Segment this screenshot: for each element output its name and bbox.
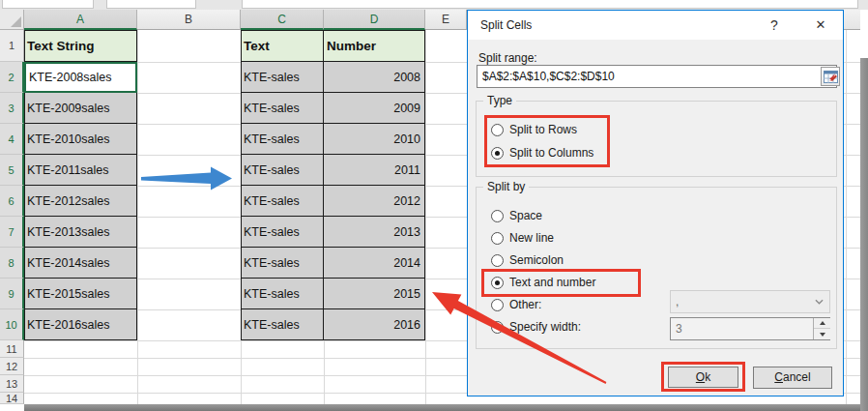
header-cell[interactable]: Number (324, 30, 425, 62)
row-header-13[interactable]: 13 (0, 375, 24, 393)
close-icon[interactable]: ✕ (800, 11, 841, 40)
row-header-7[interactable]: 7 (0, 217, 24, 248)
width-spinner[interactable]: 3 (670, 317, 830, 340)
spin-up-icon[interactable] (814, 318, 830, 329)
data-cell[interactable]: KTE-sales (241, 186, 324, 217)
formula-bar-sliver (0, 0, 868, 10)
bottom-shadow-bar (24, 404, 868, 411)
split-cells-dialog: Split Cells ? ✕ Split range: Type Split … (467, 10, 844, 396)
other-delimiter-value: , (676, 295, 679, 308)
dialog-titlebar[interactable]: Split Cells ? ✕ (468, 11, 843, 40)
data-cell[interactable]: 2008 (324, 62, 425, 93)
split-by-option-specify-width[interactable]: Specify width: (491, 318, 581, 336)
row-header-8[interactable]: 8 (0, 248, 24, 279)
data-cell[interactable]: KTE-sales (241, 279, 324, 309)
radio-label: Split to Rows (509, 123, 577, 136)
data-cell[interactable]: 2012 (324, 186, 425, 217)
data-cell[interactable]: KTE-2010sales (24, 124, 137, 155)
data-cell[interactable]: KTE-sales (241, 124, 324, 155)
data-cell[interactable]: KTE-2014sales (24, 248, 137, 279)
data-cell[interactable]: KTE-sales (241, 62, 324, 93)
split-by-option-semicolon[interactable]: Semicolon (491, 251, 564, 269)
name-box-sliver (2, 0, 94, 9)
radio-label: Space (509, 209, 542, 222)
data-cell[interactable]: KTE-2009sales (24, 93, 137, 124)
split-by-option-space[interactable]: Space (491, 207, 542, 224)
row-header-2[interactable]: 2 (0, 62, 24, 93)
row-header-6[interactable]: 6 (0, 186, 24, 217)
row-header-12[interactable]: 12 (0, 358, 24, 375)
radio-icon[interactable] (491, 321, 504, 334)
excel-worksheet: ABCDE1234567891011121314Text StringKTE-2… (0, 0, 868, 411)
spinner-buttons (813, 318, 829, 339)
split-by-option-text-and-number[interactable]: Text and number (491, 274, 595, 291)
split-range-label: Split range: (478, 51, 537, 65)
data-cell[interactable]: KTE-2011sales (24, 155, 137, 186)
data-cell[interactable]: 2010 (324, 124, 425, 155)
radio-icon[interactable] (491, 232, 504, 245)
row-header-1[interactable]: 1 (0, 30, 24, 62)
ok-button[interactable]: Ok (668, 367, 738, 388)
range-selector-button[interactable] (821, 67, 840, 86)
data-cell[interactable]: KTE-2013sales (24, 217, 137, 248)
data-cell[interactable]: 2015 (324, 279, 425, 309)
data-cell[interactable]: KTE-sales (241, 155, 324, 186)
radio-label: Semicolon (509, 253, 564, 267)
data-cell[interactable]: KTE-2012sales (24, 186, 137, 217)
column-header-b[interactable]: B (137, 10, 241, 30)
radio-icon[interactable] (491, 147, 504, 160)
data-cell[interactable]: KTE-sales (241, 93, 324, 124)
row-header-10[interactable]: 10 (0, 309, 24, 340)
column-header-a[interactable]: A (24, 10, 137, 30)
data-cell[interactable]: 2014 (324, 248, 425, 279)
row-header-3[interactable]: 3 (0, 93, 24, 124)
data-cell[interactable]: 2011 (324, 155, 425, 186)
data-cell[interactable]: 2009 (324, 93, 425, 124)
row-header-11[interactable]: 11 (0, 340, 24, 358)
radio-label: Other: (509, 298, 541, 311)
active-cell[interactable]: KTE-2008sales (24, 62, 137, 93)
radio-icon[interactable] (491, 210, 504, 222)
width-value: 3 (676, 322, 682, 336)
type-groupbox (476, 101, 837, 177)
header-cell[interactable]: Text (241, 30, 324, 62)
split-by-option-other[interactable]: Other: (491, 296, 541, 313)
other-delimiter-combobox[interactable]: , (670, 290, 830, 313)
select-all-corner[interactable] (0, 10, 24, 30)
row-header-5[interactable]: 5 (0, 155, 24, 186)
radio-label: Specify width: (509, 320, 581, 334)
radio-icon[interactable] (491, 124, 504, 136)
dialog-title: Split Cells (480, 11, 532, 40)
right-shadow-bar (860, 58, 868, 411)
data-cell[interactable]: KTE-sales (241, 248, 324, 279)
help-icon[interactable]: ? (758, 11, 791, 40)
row-header-9[interactable]: 9 (0, 279, 24, 309)
radio-icon[interactable] (491, 299, 504, 311)
cancel-button[interactable]: Cancel (753, 367, 832, 389)
type-option-split-to-columns[interactable]: Split to Columns (491, 144, 593, 161)
data-cell[interactable]: 2013 (324, 217, 425, 248)
column-header-e[interactable]: E (425, 10, 467, 30)
gridline (137, 30, 138, 404)
data-cell[interactable]: KTE-2016sales (24, 309, 137, 340)
radio-label: Split to Columns (509, 146, 593, 160)
row-header-4[interactable]: 4 (0, 124, 24, 155)
column-header-d[interactable]: D (324, 10, 425, 30)
insert-function-sliver (106, 0, 196, 9)
data-cell[interactable]: KTE-sales (241, 217, 324, 248)
radio-label: New line (509, 231, 554, 245)
split-by-option-new-line[interactable]: New line (491, 229, 554, 247)
radio-icon[interactable] (491, 254, 504, 267)
split-range-input[interactable] (477, 65, 837, 88)
data-cell[interactable]: KTE-sales (241, 309, 324, 340)
type-option-split-to-rows[interactable]: Split to Rows (491, 121, 577, 138)
row-header-14[interactable]: 14 (0, 393, 24, 404)
formula-input-sliver (242, 0, 858, 9)
column-header-c[interactable]: C (241, 10, 324, 30)
header-cell[interactable]: Text String (24, 30, 137, 62)
radio-icon[interactable] (491, 277, 504, 289)
split-by-group-label: Split by (483, 180, 529, 193)
data-cell[interactable]: 2016 (324, 309, 425, 340)
spin-down-icon[interactable] (814, 329, 830, 339)
data-cell[interactable]: KTE-2015sales (24, 279, 137, 309)
